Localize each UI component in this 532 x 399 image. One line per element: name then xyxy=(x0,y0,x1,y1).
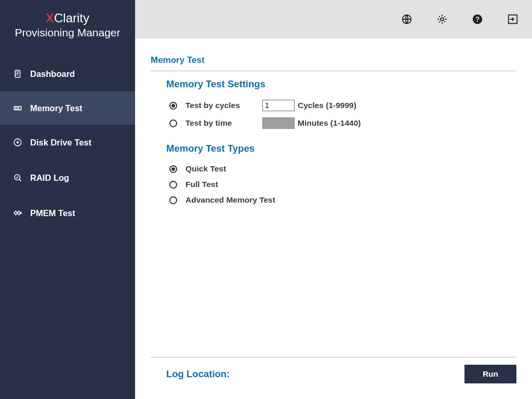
exit-icon[interactable] xyxy=(507,14,518,25)
sidebar-item-label: RAID Log xyxy=(30,173,69,183)
app-logo: XClarity Provisioning Manager xyxy=(0,0,135,49)
sidebar-item-label: PMEM Test xyxy=(30,208,75,218)
full-test-radio[interactable] xyxy=(169,181,177,189)
sidebar-item-raid-log[interactable]: RAID Log xyxy=(0,160,135,195)
cycles-hint: Cycles (1-9999) xyxy=(298,101,356,110)
test-by-cycles-radio[interactable] xyxy=(169,102,177,110)
sidebar-item-disk-drive-test[interactable]: Disk Drive Test xyxy=(0,125,135,160)
test-by-time-label: Test by time xyxy=(185,118,262,128)
sidebar-item-dashboard[interactable]: Dashboard xyxy=(0,56,135,91)
quick-test-label: Quick Test xyxy=(185,164,226,174)
logo-clarity: Clarity xyxy=(54,11,89,25)
test-by-time-radio[interactable] xyxy=(169,119,177,127)
advanced-test-label: Advanced Memory Test xyxy=(185,195,275,205)
minutes-hint: Minutes (1-1440) xyxy=(298,118,361,128)
logo-top-line: XClarity xyxy=(5,10,130,26)
page-content: Memory Test Memory Test Settings Test by… xyxy=(135,38,532,399)
memory-test-types-section: Memory Test Types Quick Test Full Test A… xyxy=(151,136,516,211)
test-by-cycles-row[interactable]: Test by cycles Cycles (1-9999) xyxy=(166,97,516,115)
quick-test-row[interactable]: Quick Test xyxy=(166,162,516,177)
sidebar-nav: Dashboard Memory Test Disk Drive Tes xyxy=(0,49,135,231)
cycles-input[interactable] xyxy=(262,100,295,111)
settings-section-title: Memory Test Settings xyxy=(166,78,516,97)
memory-icon xyxy=(12,103,23,113)
sidebar-item-label: Dashboard xyxy=(30,69,75,79)
advanced-test-row[interactable]: Advanced Memory Test xyxy=(166,193,516,208)
sidebar-item-memory-test[interactable]: Memory Test xyxy=(0,91,135,125)
quick-test-radio[interactable] xyxy=(169,165,177,173)
run-button[interactable]: Run xyxy=(464,365,516,383)
logo-x: X xyxy=(46,11,54,25)
svg-text:?: ? xyxy=(475,16,480,23)
help-icon[interactable]: ? xyxy=(472,14,483,25)
logo-bottom-line: Provisioning Manager xyxy=(5,26,130,39)
advanced-test-radio[interactable] xyxy=(169,196,177,204)
svg-point-6 xyxy=(441,18,444,21)
footer-bar: Log Location: Run xyxy=(151,357,516,394)
sidebar: XClarity Provisioning Manager Dashboard xyxy=(0,0,135,399)
sidebar-item-label: Disk Drive Test xyxy=(30,138,91,148)
sidebar-item-pmem-test[interactable]: PMEM Test xyxy=(0,195,135,231)
page-title: Memory Test xyxy=(151,49,516,71)
gear-icon[interactable] xyxy=(436,14,448,25)
sidebar-item-label: Memory Test xyxy=(30,103,83,113)
svg-point-3 xyxy=(17,142,19,143)
globe-icon[interactable] xyxy=(401,14,413,25)
disk-icon xyxy=(12,137,23,148)
main-pane: ? Memory Test Memory Test Settings Test … xyxy=(135,0,532,399)
raid-log-icon xyxy=(12,172,23,183)
pmem-icon xyxy=(12,208,23,218)
log-location-label: Log Location: xyxy=(166,368,230,380)
top-toolbar: ? xyxy=(135,0,532,38)
test-by-time-row[interactable]: Test by time Minutes (1-1440) xyxy=(166,115,516,132)
full-test-label: Full Test xyxy=(185,180,218,189)
types-section-title: Memory Test Types xyxy=(166,143,516,162)
test-by-cycles-label: Test by cycles xyxy=(185,101,262,110)
minutes-input xyxy=(262,117,295,129)
full-test-row[interactable]: Full Test xyxy=(166,177,516,193)
dashboard-icon xyxy=(12,69,23,79)
memory-test-settings-section: Memory Test Settings Test by cycles Cycl… xyxy=(151,71,516,136)
